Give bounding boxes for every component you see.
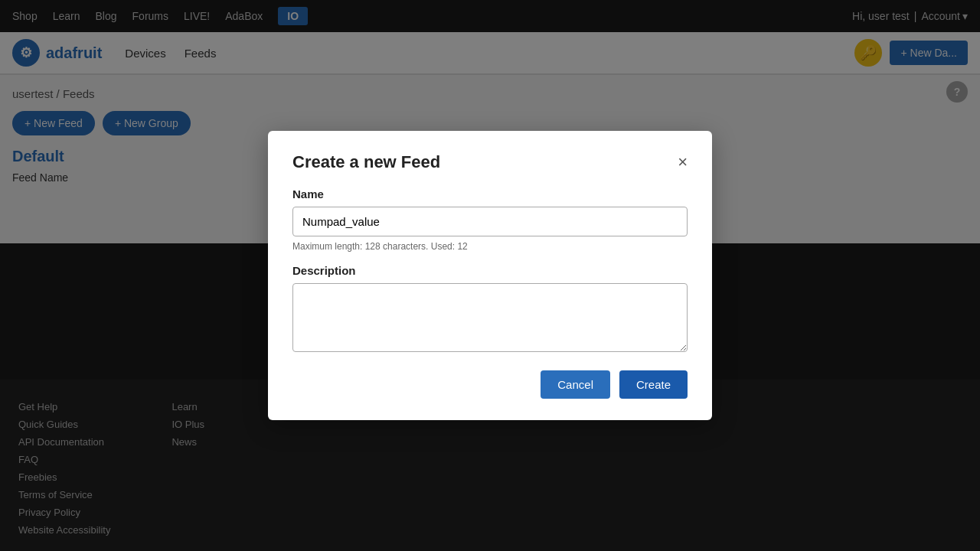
feed-name-input[interactable] <box>292 207 688 236</box>
modal-header: Create a new Feed × <box>292 152 688 172</box>
modal-close-button[interactable]: × <box>678 154 688 171</box>
modal-title: Create a new Feed <box>292 152 440 172</box>
create-button[interactable]: Create <box>619 370 688 399</box>
description-label: Description <box>292 264 688 277</box>
feed-description-input[interactable] <box>292 283 688 352</box>
name-label: Name <box>292 187 688 201</box>
create-feed-modal: Create a new Feed × Name Maximum length:… <box>268 131 712 420</box>
modal-actions: Cancel Create <box>292 370 688 399</box>
modal-overlay: Create a new Feed × Name Maximum length:… <box>0 0 980 551</box>
name-hint: Maximum length: 128 characters. Used: 12 <box>292 241 688 252</box>
cancel-button[interactable]: Cancel <box>541 370 610 399</box>
